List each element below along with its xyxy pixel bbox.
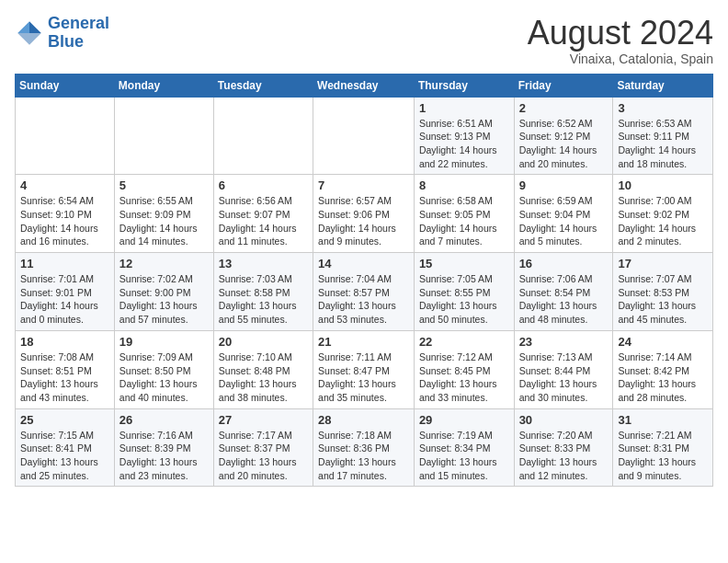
cell-info: Sunrise: 7:17 AMSunset: 8:37 PMDaylight:… <box>219 429 308 483</box>
calendar-cell: 9Sunrise: 6:59 AMSunset: 9:04 PMDaylight… <box>514 175 613 253</box>
cell-info: Sunrise: 7:08 AMSunset: 8:51 PMDaylight:… <box>20 350 109 405</box>
day-number: 13 <box>219 257 308 270</box>
cell-info: Sunrise: 7:06 AMSunset: 8:54 PMDaylight:… <box>519 272 609 327</box>
cell-info: Sunrise: 6:56 AMSunset: 9:07 PMDaylight:… <box>219 194 308 248</box>
day-number: 7 <box>318 178 409 192</box>
calendar-week-row: 4Sunrise: 6:54 AMSunset: 9:10 PMDaylight… <box>16 175 713 253</box>
calendar-week-row: 11Sunrise: 7:01 AMSunset: 9:01 PMDayligh… <box>16 253 713 331</box>
logo: General Blue <box>15 15 109 52</box>
calendar-cell: 14Sunrise: 7:04 AMSunset: 8:57 PMDayligh… <box>313 253 415 331</box>
day-number: 3 <box>618 101 708 115</box>
title-block: August 2024 Vinaixa, Catalonia, Spain <box>528 15 713 66</box>
cell-info: Sunrise: 6:59 AMSunset: 9:04 PMDaylight:… <box>519 194 609 248</box>
calendar-cell: 15Sunrise: 7:05 AMSunset: 8:55 PMDayligh… <box>414 253 514 331</box>
calendar-cell <box>213 97 313 175</box>
day-number: 15 <box>419 257 509 270</box>
calendar-cell: 7Sunrise: 6:57 AMSunset: 9:06 PMDaylight… <box>313 175 415 253</box>
calendar-cell: 6Sunrise: 6:56 AMSunset: 9:07 PMDaylight… <box>213 175 313 253</box>
calendar-cell <box>114 97 213 175</box>
calendar-cell: 13Sunrise: 7:03 AMSunset: 8:58 PMDayligh… <box>213 253 313 331</box>
calendar-cell: 31Sunrise: 7:21 AMSunset: 8:31 PMDayligh… <box>613 408 713 487</box>
svg-marker-0 <box>29 21 41 33</box>
cell-info: Sunrise: 6:57 AMSunset: 9:06 PMDaylight:… <box>318 194 409 248</box>
cell-info: Sunrise: 7:16 AMSunset: 8:39 PMDaylight:… <box>119 429 209 483</box>
calendar-week-row: 25Sunrise: 7:15 AMSunset: 8:41 PMDayligh… <box>16 408 713 487</box>
day-number: 26 <box>119 413 209 427</box>
cell-info: Sunrise: 6:54 AMSunset: 9:10 PMDaylight:… <box>20 194 109 248</box>
cell-info: Sunrise: 6:52 AMSunset: 9:12 PMDaylight:… <box>519 117 609 171</box>
cell-info: Sunrise: 6:53 AMSunset: 9:11 PMDaylight:… <box>618 117 708 171</box>
day-number: 27 <box>219 413 308 427</box>
cell-info: Sunrise: 6:58 AMSunset: 9:05 PMDaylight:… <box>419 194 509 248</box>
weekday-header-friday: Friday <box>514 74 613 97</box>
day-number: 6 <box>219 178 308 192</box>
calendar-cell: 30Sunrise: 7:20 AMSunset: 8:33 PMDayligh… <box>514 408 613 487</box>
cell-info: Sunrise: 7:10 AMSunset: 8:48 PMDaylight:… <box>219 350 308 405</box>
cell-info: Sunrise: 7:03 AMSunset: 8:58 PMDaylight:… <box>219 272 308 327</box>
cell-info: Sunrise: 7:18 AMSunset: 8:36 PMDaylight:… <box>318 429 409 483</box>
day-number: 4 <box>20 178 109 192</box>
calendar-cell: 25Sunrise: 7:15 AMSunset: 8:41 PMDayligh… <box>16 408 115 487</box>
day-number: 21 <box>318 335 409 349</box>
cell-info: Sunrise: 7:09 AMSunset: 8:50 PMDaylight:… <box>119 350 209 405</box>
calendar-cell: 27Sunrise: 7:17 AMSunset: 8:37 PMDayligh… <box>213 408 313 487</box>
calendar-cell: 1Sunrise: 6:51 AMSunset: 9:13 PMDaylight… <box>414 97 514 175</box>
calendar-cell: 3Sunrise: 6:53 AMSunset: 9:11 PMDaylight… <box>613 97 713 175</box>
page-header: General Blue August 2024 Vinaixa, Catalo… <box>15 15 713 66</box>
calendar-header-row: SundayMondayTuesdayWednesdayThursdayFrid… <box>16 74 713 97</box>
logo-text: General Blue <box>48 15 109 52</box>
calendar-cell: 20Sunrise: 7:10 AMSunset: 8:48 PMDayligh… <box>213 330 313 408</box>
location-subtitle: Vinaixa, Catalonia, Spain <box>528 52 713 66</box>
calendar-cell: 21Sunrise: 7:11 AMSunset: 8:47 PMDayligh… <box>313 330 415 408</box>
calendar-table: SundayMondayTuesdayWednesdayThursdayFrid… <box>15 74 713 488</box>
cell-info: Sunrise: 7:19 AMSunset: 8:34 PMDaylight:… <box>419 429 509 483</box>
day-number: 29 <box>419 413 509 427</box>
calendar-cell: 17Sunrise: 7:07 AMSunset: 8:53 PMDayligh… <box>613 253 713 331</box>
logo-line1: General <box>48 14 109 32</box>
cell-info: Sunrise: 6:51 AMSunset: 9:13 PMDaylight:… <box>419 117 509 171</box>
calendar-cell: 4Sunrise: 6:54 AMSunset: 9:10 PMDaylight… <box>16 175 115 253</box>
cell-info: Sunrise: 7:20 AMSunset: 8:33 PMDaylight:… <box>519 429 609 483</box>
cell-info: Sunrise: 6:55 AMSunset: 9:09 PMDaylight:… <box>119 194 209 248</box>
day-number: 5 <box>119 178 209 192</box>
weekday-header-thursday: Thursday <box>414 74 514 97</box>
calendar-cell <box>313 97 415 175</box>
cell-info: Sunrise: 7:00 AMSunset: 9:02 PMDaylight:… <box>618 194 708 248</box>
cell-info: Sunrise: 7:07 AMSunset: 8:53 PMDaylight:… <box>618 272 708 327</box>
cell-info: Sunrise: 7:02 AMSunset: 9:00 PMDaylight:… <box>119 272 209 327</box>
calendar-cell: 12Sunrise: 7:02 AMSunset: 9:00 PMDayligh… <box>114 253 213 331</box>
cell-info: Sunrise: 7:05 AMSunset: 8:55 PMDaylight:… <box>419 272 509 327</box>
calendar-cell: 24Sunrise: 7:14 AMSunset: 8:42 PMDayligh… <box>613 330 713 408</box>
weekday-header-monday: Monday <box>114 74 213 97</box>
calendar-cell: 28Sunrise: 7:18 AMSunset: 8:36 PMDayligh… <box>313 408 415 487</box>
day-number: 16 <box>519 257 609 270</box>
weekday-header-saturday: Saturday <box>613 74 713 97</box>
calendar-cell: 2Sunrise: 6:52 AMSunset: 9:12 PMDaylight… <box>514 97 613 175</box>
svg-marker-1 <box>17 21 29 33</box>
calendar-cell: 22Sunrise: 7:12 AMSunset: 8:45 PMDayligh… <box>414 330 514 408</box>
day-number: 25 <box>20 413 109 427</box>
calendar-cell: 26Sunrise: 7:16 AMSunset: 8:39 PMDayligh… <box>114 408 213 487</box>
calendar-cell: 11Sunrise: 7:01 AMSunset: 9:01 PMDayligh… <box>16 253 115 331</box>
day-number: 17 <box>618 257 708 270</box>
day-number: 22 <box>419 335 509 349</box>
day-number: 23 <box>519 335 609 349</box>
cell-info: Sunrise: 7:11 AMSunset: 8:47 PMDaylight:… <box>318 350 409 405</box>
weekday-header-wednesday: Wednesday <box>313 74 415 97</box>
cell-info: Sunrise: 7:12 AMSunset: 8:45 PMDaylight:… <box>419 350 509 405</box>
day-number: 9 <box>519 178 609 192</box>
day-number: 28 <box>318 413 409 427</box>
svg-marker-2 <box>17 33 41 45</box>
day-number: 30 <box>519 413 609 427</box>
calendar-cell: 23Sunrise: 7:13 AMSunset: 8:44 PMDayligh… <box>514 330 613 408</box>
calendar-cell: 16Sunrise: 7:06 AMSunset: 8:54 PMDayligh… <box>514 253 613 331</box>
calendar-cell: 29Sunrise: 7:19 AMSunset: 8:34 PMDayligh… <box>414 408 514 487</box>
cell-info: Sunrise: 7:21 AMSunset: 8:31 PMDaylight:… <box>618 429 708 483</box>
cell-info: Sunrise: 7:14 AMSunset: 8:42 PMDaylight:… <box>618 350 708 405</box>
cell-info: Sunrise: 7:01 AMSunset: 9:01 PMDaylight:… <box>20 272 109 327</box>
calendar-week-row: 1Sunrise: 6:51 AMSunset: 9:13 PMDaylight… <box>16 97 713 175</box>
day-number: 2 <box>519 101 609 115</box>
calendar-cell: 10Sunrise: 7:00 AMSunset: 9:02 PMDayligh… <box>613 175 713 253</box>
day-number: 11 <box>20 257 109 270</box>
cell-info: Sunrise: 7:15 AMSunset: 8:41 PMDaylight:… <box>20 429 109 483</box>
